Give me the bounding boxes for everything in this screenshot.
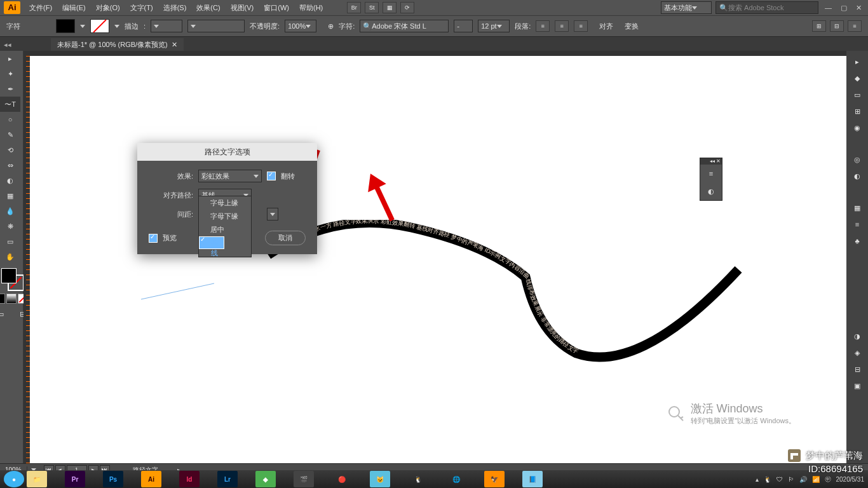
taskbar-video-icon[interactable]: 🎬 (294, 471, 314, 487)
align-icon[interactable]: ⊟ (849, 362, 865, 376)
font-size[interactable]: 12 pt (478, 20, 510, 32)
tray-volume-icon[interactable]: 🔊 (799, 476, 807, 483)
pen-tool[interactable]: ✒ (0, 81, 20, 97)
tray-ime-icon[interactable]: ㊥ (825, 475, 831, 484)
menu-help[interactable]: 帮助(H) (294, 0, 328, 15)
bridge-icon[interactable]: Br (347, 2, 361, 13)
tray-shield-icon[interactable]: 🛡 (776, 476, 783, 483)
taskbar-explorer-icon[interactable]: 📁 (27, 471, 47, 487)
taskbar-illustrator-icon[interactable]: Ai (141, 471, 161, 487)
width-tool[interactable]: ⇔ (0, 158, 20, 173)
stock-icon[interactable]: St (365, 2, 379, 13)
spacing-dropdown[interactable] (267, 208, 278, 220)
menu-edit[interactable]: 编辑(E) (57, 0, 91, 15)
eyedropper-tool[interactable]: 💧 (0, 203, 20, 219)
opacity-input[interactable]: 100% (285, 20, 316, 32)
taskbar-indesign-icon[interactable]: Id (179, 471, 200, 487)
effect-dropdown[interactable]: 彩虹效果 (198, 170, 262, 182)
maximize-button[interactable]: ▢ (838, 4, 850, 12)
gradient-mode-icon[interactable] (6, 294, 17, 304)
close-button[interactable]: ✕ (853, 4, 864, 12)
screen-mode-icon[interactable]: ▭ (0, 306, 11, 322)
font-style[interactable]: - (454, 20, 473, 32)
panel-icon[interactable]: ⊟ (830, 20, 844, 32)
artboard-tool[interactable]: ▭ (0, 234, 20, 249)
swatches-icon[interactable]: ▦ (849, 201, 865, 215)
taskbar-app3-icon[interactable]: 😺 (370, 471, 390, 487)
cc-icon[interactable]: ◎ (849, 152, 865, 166)
expand-icon[interactable]: ◂◂ (4, 41, 11, 49)
panel-close-icon[interactable]: ✕ (716, 158, 721, 165)
transform-icon[interactable]: ▣ (849, 379, 865, 393)
tray-flag-icon[interactable]: 🏳 (788, 476, 794, 483)
panel-lib-icon[interactable]: ◐ (700, 182, 722, 200)
artboards-icon[interactable]: ⊞ (849, 104, 865, 118)
hand-tool[interactable]: ✋ (0, 249, 20, 264)
type-on-path-tool[interactable]: 〜T (0, 97, 20, 112)
menu-icon[interactable]: ≡ (848, 20, 862, 32)
arrange-icon[interactable]: ▦ (383, 2, 397, 13)
minimize-button[interactable]: — (822, 4, 834, 12)
menu-file[interactable]: 文件(F) (24, 0, 57, 15)
menu-effect[interactable]: 效果(C) (191, 0, 225, 15)
graphic-styles-icon[interactable]: ◈ (849, 346, 865, 360)
tray-network-icon[interactable]: 📶 (812, 476, 820, 483)
preview-checkbox[interactable] (149, 234, 158, 243)
libraries-icon[interactable]: ◆ (849, 71, 865, 85)
dropdown-item-center[interactable]: 居中 (199, 223, 251, 236)
align-link[interactable]: 对齐 (599, 22, 613, 31)
panel-menu-icon[interactable]: ≡ (700, 165, 722, 182)
document-tab[interactable]: 未标题-1* @ 100% (RGB/像素预览) ✕ (51, 38, 184, 51)
shape-builder-tool[interactable]: ◐ (0, 173, 20, 188)
selection-tool[interactable]: ▸ (0, 51, 20, 66)
brushes-icon[interactable]: ◉ (849, 121, 865, 135)
taskbar-notes-icon[interactable]: 📘 (522, 471, 543, 487)
taskbar-app4-icon[interactable]: 🦅 (484, 471, 505, 487)
transform-link[interactable]: 变换 (625, 22, 639, 31)
tray-up-icon[interactable]: ▴ (756, 476, 759, 483)
taskbar-browser-icon[interactable]: ● (4, 471, 24, 487)
workspace-switcher[interactable]: 基本功能 (661, 1, 712, 14)
properties-icon[interactable]: ▸ (849, 55, 865, 69)
pin-icon[interactable]: ⊞ (812, 20, 826, 32)
dropdown-item-ascender[interactable]: 字母上缘 (199, 196, 251, 210)
artboard[interactable]: 梦中的芦苇海 在水一方 路径文字效果演示 彩虹效果翻转 基线对齐路径 梦中的芦苇… (30, 56, 846, 464)
color-icon[interactable]: ◐ (849, 169, 865, 183)
mesh-tool[interactable]: ▦ (0, 188, 20, 203)
menu-type[interactable]: 文字(T) (125, 0, 158, 15)
font-family[interactable]: 🔍 Adobe 宋体 Std L (360, 20, 449, 32)
cancel-button[interactable]: 取消 (265, 231, 306, 245)
menu-object[interactable]: 对象(O) (91, 0, 125, 15)
taskbar-app-icon[interactable]: ◆ (255, 471, 276, 487)
floating-panel[interactable]: ◂◂✕ ≡ ◐ (700, 158, 722, 201)
panel-collapse-icon[interactable]: ◂◂ (710, 158, 715, 165)
symbols-icon[interactable]: ♣ (849, 234, 865, 248)
taskbar-qq-icon[interactable]: 🐧 (408, 471, 428, 487)
menu-view[interactable]: 视图(V) (226, 0, 259, 15)
align-center-icon[interactable]: ≡ (555, 20, 569, 32)
shaper-tool[interactable]: ✎ (0, 127, 20, 142)
stroke-profile[interactable] (187, 20, 245, 32)
tray-date[interactable]: 2020/5/31 (836, 476, 865, 483)
color-mode-icon[interactable] (0, 294, 5, 304)
stroke-weight[interactable] (151, 20, 182, 32)
flip-checkbox[interactable] (267, 172, 276, 180)
layers-icon[interactable]: ▭ (849, 88, 865, 102)
taskbar-app2-icon[interactable]: 🔴 (332, 471, 352, 487)
gpu-icon[interactable]: ⟳ (400, 2, 414, 13)
taskbar-chrome-icon[interactable]: 🌐 (446, 471, 466, 487)
search-stock-input[interactable]: 🔍 搜索 Adobe Stock (715, 1, 818, 14)
appearance-icon[interactable]: ◑ (849, 329, 865, 343)
stroke-icon[interactable]: ≡ (849, 217, 865, 231)
tab-close-icon[interactable]: ✕ (172, 41, 177, 49)
tray-qq-icon[interactable]: 🐧 (764, 476, 771, 483)
symbol-sprayer-tool[interactable]: ❋ (0, 219, 20, 234)
taskbar-premiere-icon[interactable]: Pr (65, 471, 85, 487)
dropdown-item-descender[interactable]: 字母下缘 (199, 210, 251, 223)
taskbar-lightroom-icon[interactable]: Lr (217, 471, 238, 487)
dropdown-item-baseline[interactable]: 基线 (199, 236, 224, 249)
align-left-icon[interactable]: ≡ (536, 20, 550, 32)
fill-swatch[interactable] (56, 19, 75, 33)
stroke-swatch[interactable] (90, 19, 109, 33)
rotate-tool[interactable]: ⟲ (0, 142, 20, 158)
